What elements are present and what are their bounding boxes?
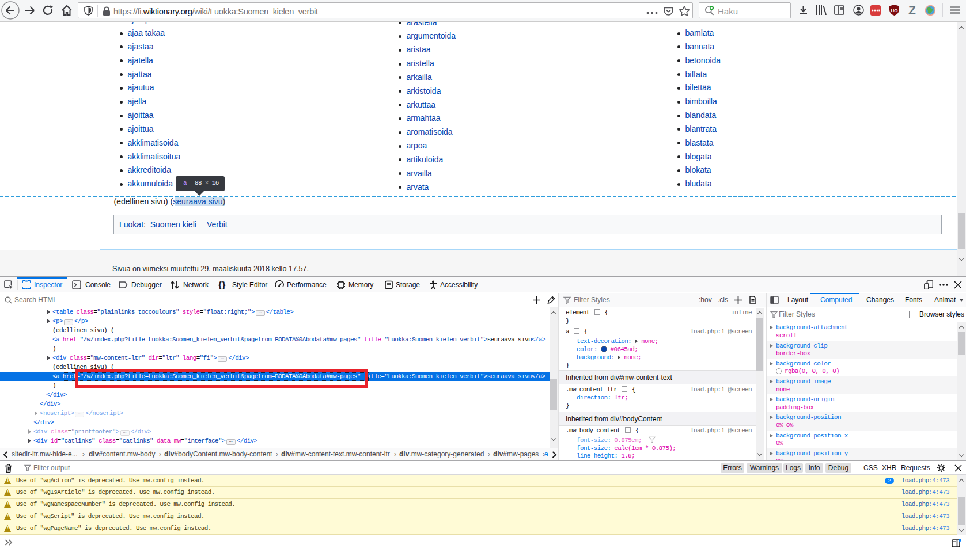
svg-text:UO: UO: [891, 8, 898, 13]
